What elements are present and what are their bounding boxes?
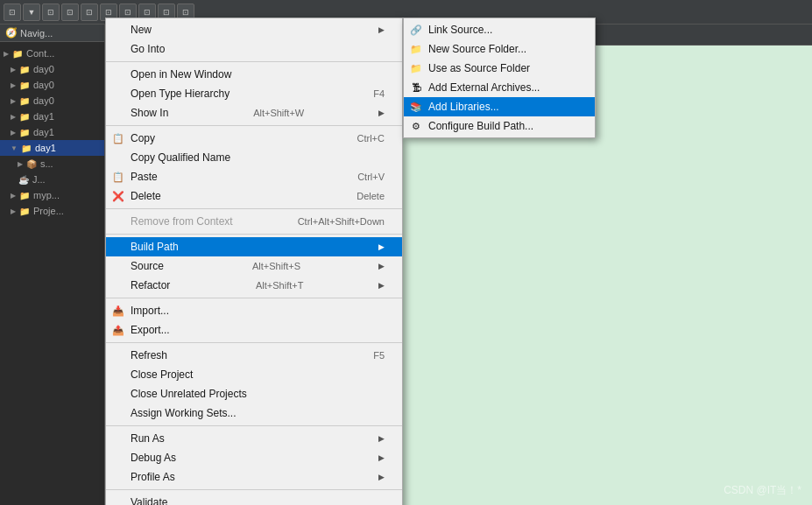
menu-separator-2 [106, 61, 402, 62]
toolbar-btn-1[interactable]: ⊡ [4, 4, 21, 21]
toolbar-btn-2[interactable]: ▼ [23, 4, 40, 21]
menu-item-icon: 📋 [111, 131, 125, 145]
submenu-item-icon: 🔗 [409, 23, 423, 37]
submenu-item-label: Add External Archives... [428, 81, 540, 94]
tree-label: Cont... [26, 48, 54, 59]
tree-item-myp[interactable]: ▶ 📁 myp... [0, 187, 104, 203]
tree-item-day1-3[interactable]: ▼ 📁 day1 [0, 140, 104, 156]
menu-item-label: Close Project [131, 368, 193, 381]
submenu-item-icon: 🗜 [409, 81, 423, 95]
folder-icon: 📁 [18, 110, 31, 123]
tree-item-day0-2[interactable]: ▶ 📁 day0 [0, 77, 104, 93]
menu-item-source[interactable]: SourceAlt+Shift+S [106, 256, 402, 276]
menu-item-icon: 📋 [111, 170, 125, 184]
submenu-item-use-as-source-folder[interactable]: 📁Use as Source Folder [404, 59, 595, 78]
submenu-item-add-external-archives[interactable]: 🗜Add External Archives... [404, 78, 595, 97]
tree-item-java[interactable]: ☕ J... [0, 172, 104, 187]
menu-item-open-in-new-window[interactable]: Open in New Window [106, 65, 402, 84]
menu-item-label: Profile As [131, 471, 175, 483]
menu-item-profile-as[interactable]: Profile As [106, 467, 402, 487]
tree-item-cont[interactable]: ▶ 📁 Cont... [0, 46, 104, 61]
package-icon: 📦 [25, 158, 38, 170]
menu-item-label: New [131, 24, 152, 36]
menu-item-label: Export... [131, 324, 170, 336]
menu-separator-20 [106, 342, 402, 343]
menu-item-validate[interactable]: Validate [106, 493, 402, 505]
tree-item-src[interactable]: ▶ 📦 s... [0, 156, 104, 172]
menu-item-refresh[interactable]: RefreshF5 [106, 346, 402, 365]
menu-item-copy[interactable]: 📋CopyCtrl+C [106, 129, 402, 148]
tree-label: day1 [35, 143, 56, 153]
navigator-icon: 🧭 [5, 27, 18, 39]
menu-item-label: Copy [131, 132, 155, 144]
menu-item-label: Validate [131, 496, 167, 505]
menu-item-shortcut: F4 [373, 88, 385, 99]
tree-item-day0-3[interactable]: ▶ 📁 day0 [0, 93, 104, 109]
menu-item-open-type-hierarchy[interactable]: Open Type HierarchyF4 [106, 84, 402, 103]
menu-item-copy-qualified-name[interactable]: Copy Qualified Name [106, 148, 402, 167]
menu-item-show-in[interactable]: Show InAlt+Shift+W [106, 103, 402, 123]
sidebar: 🧭 Navig... ▶ 📁 Cont... ▶ 📁 day0 ▶ 📁 day0… [0, 25, 105, 505]
submenu-item-new-source-folder[interactable]: 📁New Source Folder... [404, 39, 595, 59]
submenu-item-link-source[interactable]: 🔗Link Source... [404, 20, 595, 39]
submenu-item-icon: ⚙ [409, 119, 423, 133]
menu-separator-11 [106, 208, 402, 209]
expand-icon: ▶ [11, 81, 16, 89]
submenu-item-label: Use as Source Folder [428, 62, 530, 74]
tree-item-day1-2[interactable]: ▶ 📁 day1 [0, 124, 104, 140]
menu-item-shortcut: Ctrl+Alt+Shift+Down [298, 216, 385, 227]
menu-item-refactor[interactable]: RefactorAlt+Shift+T [106, 276, 402, 295]
menu-separator-13 [106, 234, 402, 235]
menu-item-run-as[interactable]: Run As [106, 429, 402, 448]
tree-item-day0-1[interactable]: ▶ 📁 day0 [0, 61, 104, 77]
menu-item-label: Show In [131, 107, 168, 119]
expand-icon: ▼ [11, 144, 18, 152]
expand-icon: ▶ [11, 97, 16, 105]
expand-icon: ▶ [18, 160, 23, 168]
toolbar-btn-4[interactable]: ⊡ [61, 4, 79, 21]
expand-icon: ▶ [11, 113, 16, 121]
folder-icon: 📁 [18, 63, 31, 75]
tree-label: day0 [33, 95, 54, 106]
expand-icon: ▶ [11, 192, 16, 200]
menu-item-label: Open in New Window [131, 68, 231, 81]
tree-item-proj[interactable]: ▶ 📁 Proje... [0, 203, 104, 219]
toolbar-btn-5[interactable]: ⊡ [81, 4, 98, 21]
menu-item-paste[interactable]: 📋PasteCtrl+V [106, 167, 402, 186]
menu-item-go-into[interactable]: Go Into [106, 39, 402, 59]
menu-item-shortcut: F5 [373, 350, 385, 361]
menu-item-debug-as[interactable]: Debug As [106, 448, 402, 467]
menu-item-remove-from-context: Remove from ContextCtrl+Alt+Shift+Down [106, 212, 402, 231]
folder-icon: 📁 [18, 189, 31, 201]
menu-item-close-unrelated-projects[interactable]: Close Unrelated Projects [106, 384, 402, 403]
sidebar-title: Navig... [20, 28, 53, 39]
menu-item-delete[interactable]: ❌DeleteDelete [106, 186, 402, 206]
menu-separator-6 [106, 125, 402, 126]
menu-item-label: Assign Working Sets... [131, 407, 237, 419]
submenu-item-label: Link Source... [428, 24, 492, 36]
menu-item-label: Debug As [131, 452, 176, 464]
menu-item-shortcut: Alt+Shift+W [253, 108, 304, 118]
submenu-item-icon: 📁 [409, 61, 423, 75]
tree-item-day1-1[interactable]: ▶ 📁 day1 [0, 109, 104, 124]
menu-item-shortcut: Alt+Shift+T [256, 280, 303, 291]
expand-icon: ▶ [11, 129, 16, 137]
menu-item-export[interactable]: 📤Export... [106, 320, 402, 340]
menu-item-build-path[interactable]: Build Path [106, 237, 402, 256]
menu-item-new[interactable]: New [106, 20, 402, 39]
tree-label: Proje... [33, 206, 64, 216]
menu-item-label: Open Type Hierarchy [131, 88, 229, 100]
menu-item-import[interactable]: 📥Import... [106, 301, 402, 320]
menu-item-assign-working-sets[interactable]: Assign Working Sets... [106, 403, 402, 423]
tree-label: day1 [33, 127, 54, 137]
menu-item-label: Run As [131, 432, 165, 445]
menu-item-icon: 📤 [111, 323, 125, 337]
toolbar-btn-3[interactable]: ⊡ [42, 4, 60, 21]
menu-item-close-project[interactable]: Close Project [106, 365, 402, 384]
menu-item-shortcut: Ctrl+V [357, 172, 385, 182]
submenu-item-configure-build-path[interactable]: ⚙Configure Build Path... [404, 116, 595, 136]
submenu-item-label: New Source Folder... [428, 43, 526, 55]
folder-icon: 📁 [18, 205, 31, 217]
tree-label: day0 [33, 80, 54, 90]
submenu-item-add-libraries[interactable]: 📚Add Libraries... [404, 97, 595, 116]
